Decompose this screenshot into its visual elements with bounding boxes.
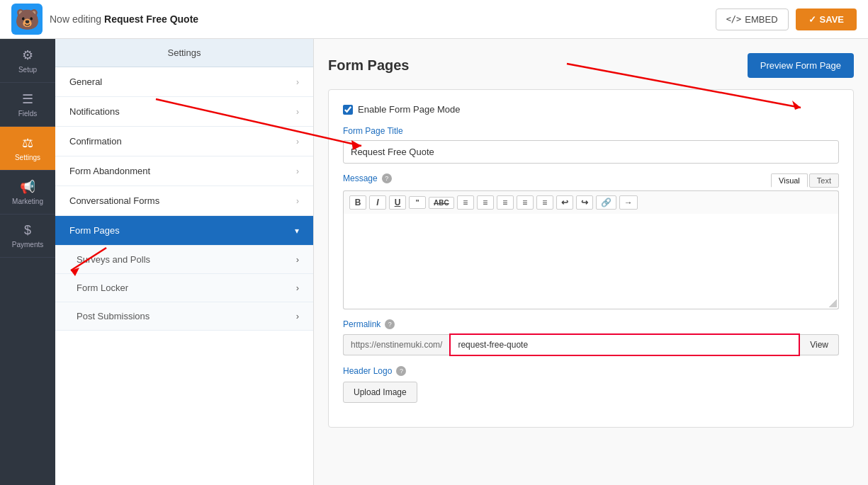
menu-item-label: Notifications	[69, 106, 120, 117]
sidebar-item-setup[interactable]: ⚙ Setup	[0, 39, 55, 83]
resize-handle	[828, 299, 837, 307]
page-title: Form Pages	[328, 57, 409, 74]
sub-menu-form-locker[interactable]: Form Locker ›	[55, 274, 313, 302]
sidebar-item-marketing[interactable]: 📢 Marketing	[0, 171, 55, 215]
app-logo: 🐻	[11, 4, 43, 35]
editor-toolbar: B I U " ABC ≡ ≡ ≡ ≡ ≡ ↩ ↪ 🔗 →	[343, 190, 839, 214]
form-page-title-input[interactable]	[343, 140, 839, 164]
chevron-right-icon: ›	[296, 254, 299, 265]
text-tab[interactable]: Text	[809, 173, 839, 188]
gear-icon: ⚙	[22, 47, 33, 63]
menu-item-general[interactable]: General ›	[55, 67, 313, 97]
menu-item-conversational-forms[interactable]: Conversational Forms ›	[55, 186, 313, 216]
sidebar-item-label: Payments	[12, 241, 43, 249]
upload-image-button[interactable]: Upload Image	[343, 382, 417, 403]
settings-header: Settings	[55, 39, 313, 67]
sub-menu-label: Post Submissions	[77, 311, 150, 321]
sub-menu-label: Form Locker	[77, 283, 128, 293]
embed-button[interactable]: </> </> EMBED EMBED	[716, 8, 789, 30]
sidebar-item-label: Setup	[18, 66, 37, 74]
menu-item-label: Conversational Forms	[69, 195, 159, 206]
enable-checkbox-label: Enable Form Page Mode	[358, 104, 461, 115]
chevron-right-icon: ›	[296, 107, 299, 117]
enable-form-page-checkbox[interactable]	[343, 105, 353, 115]
menu-item-label: Form Abandonment	[69, 166, 150, 176]
chevron-right-icon: ›	[296, 77, 299, 87]
permalink-base-url: https://enstinemuki.com/	[343, 334, 449, 355]
sidebar-item-label: Settings	[15, 154, 40, 161]
preview-form-page-button[interactable]: Preview Form Page	[748, 53, 854, 78]
bold-button[interactable]: B	[349, 195, 366, 210]
menu-item-form-pages[interactable]: Form Pages ▾	[55, 216, 313, 246]
italic-button[interactable]: I	[369, 195, 386, 210]
chevron-right-icon: ›	[296, 166, 299, 176]
embed-code-icon: </>	[726, 14, 742, 24]
content-area: Form Pages Preview Form Page Enable Form…	[314, 39, 868, 485]
form-page-title-label: Form Page Title	[343, 126, 839, 136]
underline-button[interactable]: U	[389, 195, 406, 210]
chevron-right-icon: ›	[296, 196, 299, 206]
sidebar-item-label: Marketing	[12, 198, 43, 205]
menu-item-label: Confirmation	[69, 136, 122, 147]
chevron-right-icon: ›	[296, 311, 299, 321]
strikethrough-button[interactable]: ABC	[429, 197, 454, 209]
settings-icon: ⚖	[22, 135, 33, 151]
menu-item-label: General	[69, 76, 102, 87]
embed-button-editor[interactable]: →	[619, 195, 638, 210]
message-editor-area[interactable]	[343, 214, 839, 309]
menu-item-form-abandonment[interactable]: Form Abandonment ›	[55, 156, 313, 186]
marketing-icon: 📢	[20, 179, 35, 195]
chevron-right-icon: ›	[296, 137, 299, 147]
undo-button[interactable]: ↩	[556, 195, 573, 210]
permalink-slug-input[interactable]	[449, 333, 800, 356]
editing-title: Now editing Request Free Quote	[50, 13, 198, 25]
menu-item-confirmation[interactable]: Confirmation ›	[55, 127, 313, 156]
quote-button[interactable]: "	[409, 196, 426, 209]
sub-menu-post-submissions[interactable]: Post Submissions ›	[55, 302, 313, 331]
visual-tab[interactable]: Visual	[771, 173, 808, 188]
view-permalink-button[interactable]: View	[800, 334, 839, 355]
menu-item-label: Form Pages	[69, 225, 120, 236]
message-help-icon[interactable]: ?	[382, 173, 392, 183]
chevron-right-icon: ›	[296, 283, 299, 293]
check-icon: ✓	[808, 14, 816, 25]
list-ul-button[interactable]: ≡	[457, 195, 474, 210]
align-left-button[interactable]: ≡	[497, 195, 514, 210]
fields-icon: ☰	[22, 91, 33, 107]
header-logo-help-icon[interactable]: ?	[396, 366, 406, 376]
sidebar-item-fields[interactable]: ☰ Fields	[0, 83, 55, 127]
sidebar-item-settings[interactable]: ⚖ Settings	[0, 127, 55, 171]
form-pages-section: Enable Form Page Mode Form Page Title Me…	[328, 89, 854, 428]
permalink-label: Permalink	[343, 319, 381, 329]
settings-panel: Settings General › Notifications › Confi…	[55, 39, 314, 485]
sidebar-item-payments[interactable]: $ Payments	[0, 215, 55, 258]
message-label: Message	[343, 173, 378, 183]
menu-item-notifications[interactable]: Notifications ›	[55, 97, 313, 127]
chevron-down-icon: ▾	[295, 226, 299, 236]
sub-menu-surveys-polls[interactable]: Surveys and Polls ›	[55, 246, 313, 274]
link-button[interactable]: 🔗	[596, 195, 616, 210]
sidebar-item-label: Fields	[18, 110, 38, 118]
header-logo-label: Header Logo	[343, 366, 392, 376]
list-ol-button[interactable]: ≡	[477, 195, 494, 210]
permalink-help-icon[interactable]: ?	[385, 319, 395, 329]
save-button[interactable]: ✓ SAVE	[796, 8, 857, 30]
redo-button[interactable]: ↪	[576, 195, 593, 210]
align-right-button[interactable]: ≡	[536, 195, 553, 210]
sub-menu-label: Surveys and Polls	[77, 254, 150, 265]
payments-icon: $	[24, 223, 31, 238]
align-center-button[interactable]: ≡	[517, 195, 534, 210]
left-navigation: ⚙ Setup ☰ Fields ⚖ Settings 📢 Marketing …	[0, 39, 55, 485]
